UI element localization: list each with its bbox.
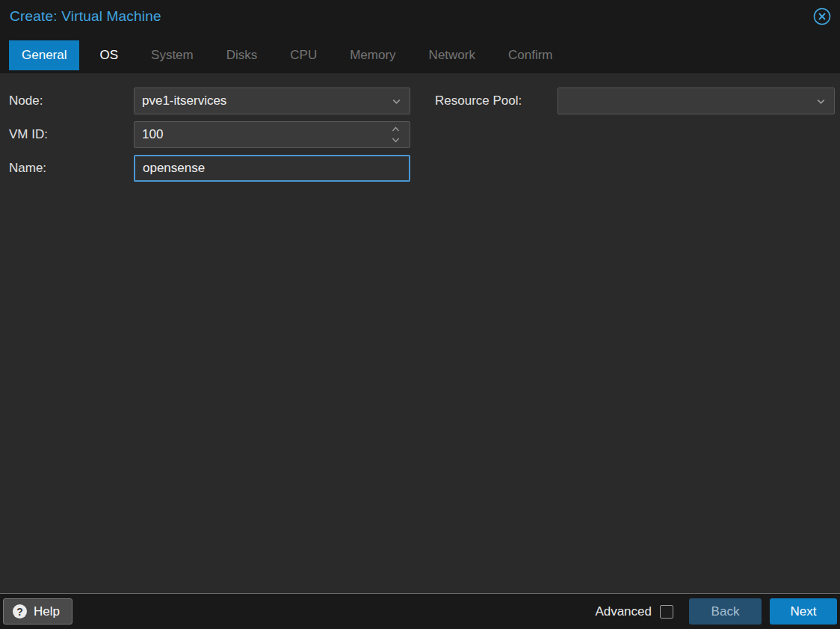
resource-pool-select[interactable] <box>558 88 835 114</box>
tab-os[interactable]: OS <box>87 40 131 70</box>
node-label: Node: <box>9 93 134 108</box>
close-button[interactable] <box>812 6 833 27</box>
vmid-spinner <box>387 123 404 146</box>
general-tab-panel: Node: pve1-itservices Resource Pool: VM … <box>0 73 840 593</box>
help-button-label: Help <box>34 604 60 619</box>
vmid-input[interactable]: 100 <box>134 121 410 148</box>
back-button[interactable]: Back <box>689 598 762 625</box>
form-row-vmid: VM ID: 100 <box>9 121 835 148</box>
node-select[interactable]: pve1-itservices <box>134 88 410 114</box>
form-row-node: Node: pve1-itservices Resource Pool: <box>9 88 835 114</box>
tab-cpu: CPU <box>277 40 330 70</box>
close-icon <box>812 7 832 26</box>
tab-disks: Disks <box>214 40 271 70</box>
chevron-down-icon <box>389 96 404 107</box>
tab-system: System <box>138 40 206 70</box>
tab-network: Network <box>416 40 488 70</box>
vmid-label: VM ID: <box>9 127 134 142</box>
vmid-input-value: 100 <box>142 127 387 142</box>
chevron-down-icon <box>813 96 828 107</box>
spinner-down-icon[interactable] <box>387 135 404 146</box>
footer-actions: Advanced Back Next <box>595 598 837 625</box>
node-select-value: pve1-itservices <box>142 93 389 108</box>
next-button[interactable]: Next <box>770 598 837 625</box>
help-button[interactable]: ? Help <box>3 598 72 625</box>
tab-general[interactable]: General <box>9 40 79 70</box>
dialog-title: Create: Virtual Machine <box>10 8 161 25</box>
tab-bar: General OS System Disks CPU Memory Netwo… <box>0 33 840 73</box>
advanced-checkbox[interactable] <box>660 605 673 619</box>
spinner-up-icon[interactable] <box>387 123 404 135</box>
form-row-name: Name: <box>9 155 835 182</box>
name-input[interactable] <box>134 155 410 182</box>
footer-toolbar: ? Help Advanced Back Next <box>0 593 840 629</box>
tab-memory: Memory <box>337 40 408 70</box>
name-label: Name: <box>9 161 134 176</box>
tab-confirm: Confirm <box>495 40 566 70</box>
advanced-label: Advanced <box>595 604 652 619</box>
dialog-header: Create: Virtual Machine <box>0 0 840 33</box>
resource-pool-label: Resource Pool: <box>435 93 558 108</box>
question-circle-icon: ? <box>13 604 27 619</box>
